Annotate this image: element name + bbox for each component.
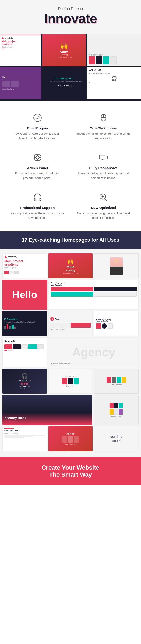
- hp-vote[interactable]: 🙌 Vote! Lettering See you the next one: [48, 253, 93, 278]
- feature-free-plugins-title: Free Plugins: [9, 126, 66, 130]
- headphone-icon: [32, 192, 43, 203]
- hp-portfolio[interactable]: Portfolio: [2, 338, 47, 367]
- section-banner-title: 17 Eye-catching Homepages for All Uses: [7, 237, 134, 243]
- mouse-icon: [98, 112, 109, 124]
- hero-section: Do You Dare to Innovate creativity Main …: [0, 0, 141, 100]
- feature-responsive-desc: Looks stunning on all device types and s…: [75, 171, 132, 180]
- devices-icon: [98, 152, 109, 163]
- svg-line-15: [105, 198, 107, 201]
- footer-cta-title: Create Your Website The Smart Way: [5, 464, 136, 478]
- hp-zachary-black[interactable]: Zachary Black Designer: [2, 395, 92, 425]
- feature-admin-panel: Admin Panel Easily set up your website w…: [7, 150, 68, 182]
- feature-support-desc: Our support team is there if you run int…: [9, 211, 66, 220]
- svg-point-0: [34, 114, 41, 122]
- feature-admin-panel-title: Admin Panel: [9, 166, 66, 170]
- homepages-section: creativity Main projectcreativity Creati…: [0, 249, 141, 457]
- hp-tshirt-1[interactable]: T-Shirt Shop Buy Now →: [48, 368, 93, 394]
- hp-beauty[interactable]: [94, 253, 139, 278]
- hp-conference[interactable]: Conference Now Annual Event 2024: [2, 426, 47, 451]
- hp-walklist[interactable]: 🎧 WALK&LISTEN 89.91$ 799Hz 270Hz 185dB: [2, 368, 47, 394]
- hp-agency-preview[interactable]: Q Agency We Are Big Agency...: [48, 311, 93, 336]
- homepage-row-6: Zachary Black Designer Fashion Shop: [2, 395, 139, 425]
- puzzle-icon: [32, 112, 43, 124]
- feature-support-title: Professional Support: [9, 206, 66, 210]
- hero-subtitle: Do You Dare to: [5, 7, 136, 11]
- svg-point-5: [36, 156, 39, 159]
- feature-free-plugins: Free Plugins WPBakery Page Builder & Sli…: [7, 110, 68, 143]
- sliders-icon: [32, 152, 43, 163]
- hero-title: Innovate: [5, 12, 136, 25]
- hp-creativity[interactable]: creativity Main projectcreativity Creati…: [2, 253, 47, 278]
- features-section: Free Plugins WPBakery Page Builder & Sli…: [0, 100, 141, 231]
- feature-one-click-title: One-Click Import: [75, 126, 132, 130]
- hp-branding-agency[interactable]: Branding AgencyYour Website: [49, 280, 139, 310]
- feature-seo-desc: Cortex is made using the absolute finest…: [75, 211, 132, 220]
- hp-tshirt-2[interactable]: Shop Collection: [94, 368, 139, 394]
- homepage-row-4: Portfolio Agency Creative Agency Studio: [2, 338, 139, 367]
- homepage-row-1: creativity Main projectcreativity Creati…: [2, 253, 139, 278]
- hp-coming-soon[interactable]: comingsoon: [94, 426, 139, 451]
- homepage-row-5: 🎧 WALK&LISTEN 89.91$ 799Hz 270Hz 185dB T…: [2, 368, 139, 394]
- hp-fashion[interactable]: Fashion Shop: [94, 395, 139, 425]
- feature-responsive-title: Fully Responsive: [75, 166, 132, 170]
- hp-branding-preview[interactable]: Branding AgencyYour Website: [94, 311, 139, 336]
- demo-collage: creativity Main projectcreativity Creati…: [0, 34, 141, 100]
- feature-one-click-import: One-Click Import Import the full demo co…: [73, 110, 134, 143]
- hp-hello[interactable]: Hello: [2, 280, 47, 310]
- feature-free-plugins-desc: WPBakery Page Builder & Slider Revolutio…: [9, 132, 66, 140]
- section-banner: 17 Eye-catching Homepages for All Uses: [0, 231, 141, 249]
- feature-one-click-desc: Import the full demo content with a sing…: [75, 132, 132, 140]
- feature-seo-title: SEO Optimized: [75, 206, 132, 210]
- hp-anypro[interactable]: AnyPro Shop Every Style: [48, 426, 93, 451]
- search-icon: [98, 192, 109, 203]
- homepage-row-2: Hello Branding AgencyYour Website: [2, 280, 139, 310]
- hp-it-consulting[interactable]: IT Consulting Are You an Innovative Chal…: [2, 311, 47, 336]
- feature-fully-responsive: Fully Responsive Looks stunning on all d…: [73, 150, 134, 182]
- feature-professional-support: Professional Support Our support team is…: [7, 189, 68, 222]
- svg-rect-10: [100, 155, 105, 159]
- homepage-row-7: Conference Now Annual Event 2024 AnyPro …: [2, 426, 139, 451]
- homepage-row-3: IT Consulting Are You an Innovative Chal…: [2, 311, 139, 336]
- footer-cta: Create Your Website The Smart Way: [0, 457, 141, 485]
- feature-admin-panel-desc: Easily set up your website with the powe…: [9, 171, 66, 180]
- features-grid: Free Plugins WPBakery Page Builder & Sli…: [7, 110, 134, 222]
- feature-seo-optimized: SEO Optimized Cortex is made using the a…: [73, 189, 134, 222]
- svg-rect-11: [105, 156, 107, 159]
- hp-agency-large[interactable]: Agency Creative Agency Studio: [49, 338, 139, 367]
